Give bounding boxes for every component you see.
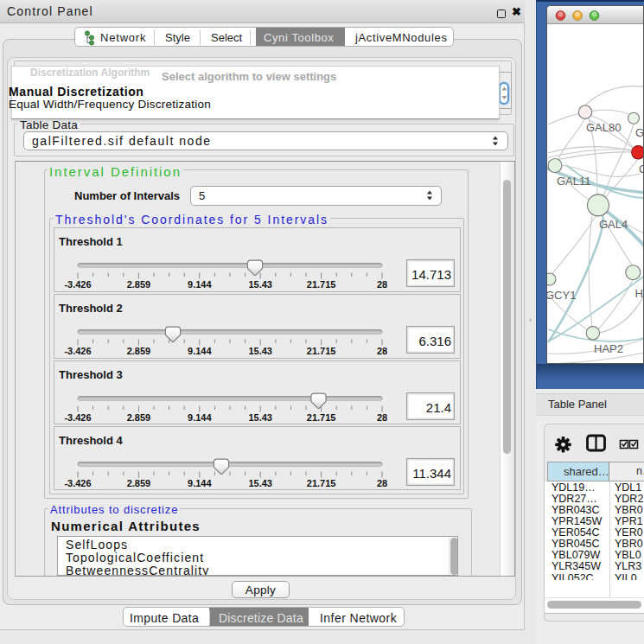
svg-text:21.715: 21.715 — [307, 279, 336, 290]
svg-text:-3.426: -3.426 — [64, 412, 91, 423]
svg-text:GAL11: GAL11 — [557, 175, 591, 188]
svg-text:-3.426: -3.426 — [64, 279, 91, 290]
svg-text:GCY1: GCY1 — [547, 289, 576, 302]
svg-text:15.43: 15.43 — [248, 279, 272, 290]
svg-text:9.144: 9.144 — [188, 346, 212, 356]
svg-text:28: 28 — [377, 412, 387, 423]
svg-text:2.859: 2.859 — [127, 346, 151, 356]
svg-text:15.43: 15.43 — [248, 412, 272, 423]
svg-text:GA: GA — [635, 126, 644, 139]
svg-text:2.859: 2.859 — [127, 412, 151, 423]
svg-text:15.43: 15.43 — [248, 346, 272, 356]
svg-text:21.715: 21.715 — [307, 412, 336, 423]
svg-text:GAL80: GAL80 — [586, 121, 621, 134]
svg-text:2.859: 2.859 — [127, 279, 151, 290]
svg-text:GAL4: GAL4 — [599, 218, 628, 231]
svg-text:9.144: 9.144 — [188, 279, 212, 290]
svg-text:H: H — [635, 287, 643, 300]
svg-text:15.43: 15.43 — [248, 478, 272, 488]
svg-text:HAP2: HAP2 — [594, 342, 623, 355]
svg-text:21.715: 21.715 — [307, 478, 336, 488]
svg-text:-3.426: -3.426 — [64, 346, 91, 356]
svg-text:28: 28 — [377, 279, 387, 290]
svg-text:9.144: 9.144 — [188, 478, 212, 488]
svg-text:C: C — [639, 163, 644, 175]
svg-text:28: 28 — [377, 478, 387, 488]
svg-text:-3.426: -3.426 — [64, 478, 91, 488]
svg-text:21.715: 21.715 — [307, 346, 336, 356]
svg-text:28: 28 — [377, 346, 387, 356]
svg-text:9.144: 9.144 — [188, 412, 212, 423]
svg-text:2.859: 2.859 — [127, 478, 151, 488]
